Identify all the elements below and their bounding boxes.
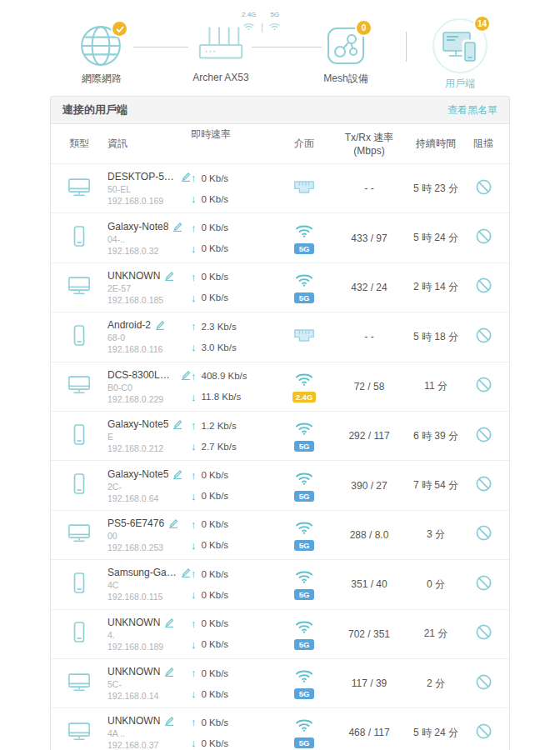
txrx-value: 72 / 58 xyxy=(334,381,404,392)
edit-icon[interactable] xyxy=(164,618,174,628)
device-name: Galaxy-Note5 xyxy=(108,468,168,480)
wifi-icon xyxy=(294,568,314,587)
phone-icon xyxy=(72,632,86,646)
download-rate: 0 Kb/s xyxy=(202,738,229,748)
txrx-value: 117 / 39 xyxy=(334,678,404,689)
block-icon[interactable] xyxy=(475,327,492,344)
internet-node[interactable] xyxy=(78,23,123,72)
block-icon[interactable] xyxy=(475,524,492,542)
download-arrow-icon: ↓ xyxy=(191,688,197,700)
device-mac: E xyxy=(108,432,191,442)
connected-clients-panel: 連接的用戶端 查看黑名單 類型 資訊 即時速率 介面 Tx/Rx 速率 (Mbp… xyxy=(50,96,510,750)
phone-icon xyxy=(72,335,86,349)
block-icon[interactable] xyxy=(475,623,492,641)
download-rate: 0 Kb/s xyxy=(202,194,229,204)
upload-arrow-icon: ↑ xyxy=(191,568,197,580)
header-txrx: Tx/Rx 速率 (Mbps) xyxy=(334,131,404,157)
header-block: 阻擋 xyxy=(468,137,499,151)
device-ip: 192.168.0.37 xyxy=(108,740,191,750)
upload-rate: 0 Kb/s xyxy=(202,173,229,183)
band-badge: 5G xyxy=(294,589,314,600)
router-node[interactable] xyxy=(195,23,247,67)
download-rate: 0 Kb/s xyxy=(202,590,229,600)
download-arrow-icon: ↓ xyxy=(191,391,197,403)
globe-icon xyxy=(78,57,123,71)
block-icon[interactable] xyxy=(475,426,492,443)
edit-icon[interactable] xyxy=(155,320,165,330)
download-arrow-icon: ↓ xyxy=(191,490,197,502)
device-mac: 2E-57 xyxy=(108,283,191,293)
edit-icon[interactable] xyxy=(172,419,182,429)
device-ip: 192.168.0.14 xyxy=(108,691,191,701)
header-duration: 持續時間 xyxy=(404,137,468,151)
block-icon[interactable] xyxy=(475,673,492,691)
wifi-24g-icon xyxy=(242,19,255,33)
edit-icon[interactable] xyxy=(164,271,174,281)
band-badge: 5G xyxy=(294,738,314,748)
band-divider xyxy=(262,23,262,32)
edit-icon[interactable] xyxy=(172,469,182,479)
block-icon[interactable] xyxy=(475,178,492,196)
download-rate: 0 Kb/s xyxy=(202,540,229,550)
table-row: Galaxy-Note8 04-.. 192.168.0.32 ↑ 0 Kb/s… xyxy=(51,213,509,262)
device-name: Android-2 xyxy=(108,319,151,331)
upload-arrow-icon: ↑ xyxy=(191,222,197,234)
upload-rate: 0 Kb/s xyxy=(202,569,229,579)
client-rows: DESKTOP-5L... 50-EL 192.168.0.169 ↑ 0 Kb… xyxy=(51,164,509,750)
device-ip: 192.168.0.115 xyxy=(108,592,191,602)
upload-arrow-icon: ↑ xyxy=(191,271,197,283)
internet-label: 網際網路 xyxy=(70,72,133,86)
block-icon[interactable] xyxy=(475,722,492,740)
table-row: DCS-8300LHV2 B0-C0 192.168.0.229 ↑ 408.9… xyxy=(51,362,509,412)
edit-icon[interactable] xyxy=(164,667,174,677)
band-badge: 5G xyxy=(294,688,314,699)
edit-icon[interactable] xyxy=(181,172,191,182)
duration-value: 5 時 18 分 xyxy=(404,330,468,344)
block-icon[interactable] xyxy=(475,475,492,492)
edit-icon[interactable] xyxy=(164,716,174,726)
device-mac: 04-.. xyxy=(108,234,191,244)
wifi-icon xyxy=(294,717,314,735)
block-icon[interactable] xyxy=(475,277,492,294)
block-icon[interactable] xyxy=(475,228,492,245)
wifi-icon xyxy=(294,371,314,389)
edit-icon[interactable] xyxy=(181,568,191,578)
wifi-icon xyxy=(294,470,314,488)
band-badge: 5G xyxy=(294,441,314,452)
mesh-count-badge: 0 xyxy=(357,21,371,35)
block-icon[interactable] xyxy=(475,376,492,393)
wifi-icon xyxy=(294,420,314,438)
device-ip: 192.168.0.229 xyxy=(108,394,191,404)
table-row: UNKNOWN 2E-57 192.168.0.185 ↑ 0 Kb/s ↓ 0… xyxy=(51,263,509,312)
txrx-value: 292 / 117 xyxy=(334,430,404,442)
upload-arrow-icon: ↑ xyxy=(191,667,197,679)
topology-connector xyxy=(252,47,322,48)
device-ip: 192.168.0.185 xyxy=(108,295,191,305)
device-name: Galaxy-Note8 xyxy=(108,221,168,232)
wifi-block: 5G xyxy=(294,519,314,551)
txrx-value: 351 / 40 xyxy=(334,578,404,590)
upload-rate: 408.9 Kb/s xyxy=(202,371,248,381)
edit-icon[interactable] xyxy=(172,222,182,232)
view-blacklist-link[interactable]: 查看黑名單 xyxy=(448,103,498,118)
table-row: DESKTOP-5L... 50-EL 192.168.0.169 ↑ 0 Kb… xyxy=(51,164,509,213)
device-ip: 192.168.0.169 xyxy=(108,196,191,206)
edit-icon[interactable] xyxy=(181,370,191,380)
desktop-icon xyxy=(68,186,91,200)
device-name: DCS-8300LHV2 xyxy=(108,369,177,381)
wifi-icon xyxy=(294,519,314,538)
clients-count-badge: 14 xyxy=(475,17,489,31)
clients-node[interactable]: 14 xyxy=(432,18,488,73)
table-header: 類型 資訊 即時速率 介面 Tx/Rx 速率 (Mbps) 持續時間 阻擋 xyxy=(51,124,509,164)
block-icon[interactable] xyxy=(475,574,492,592)
edit-icon[interactable] xyxy=(168,518,178,528)
duration-value: 21 分 xyxy=(404,627,468,641)
table-row: Samsung-Gal... 4C 192.168.0.115 ↑ 0 Kb/s… xyxy=(51,560,509,609)
internet-status-check-icon xyxy=(112,22,127,36)
upload-rate: 0 Kb/s xyxy=(202,470,229,480)
device-mac: 4. xyxy=(108,630,191,640)
mesh-node[interactable]: 0 xyxy=(327,27,365,68)
band-badge: 5G xyxy=(294,491,314,502)
router-icon xyxy=(195,52,247,66)
duration-value: 0 分 xyxy=(404,578,468,592)
